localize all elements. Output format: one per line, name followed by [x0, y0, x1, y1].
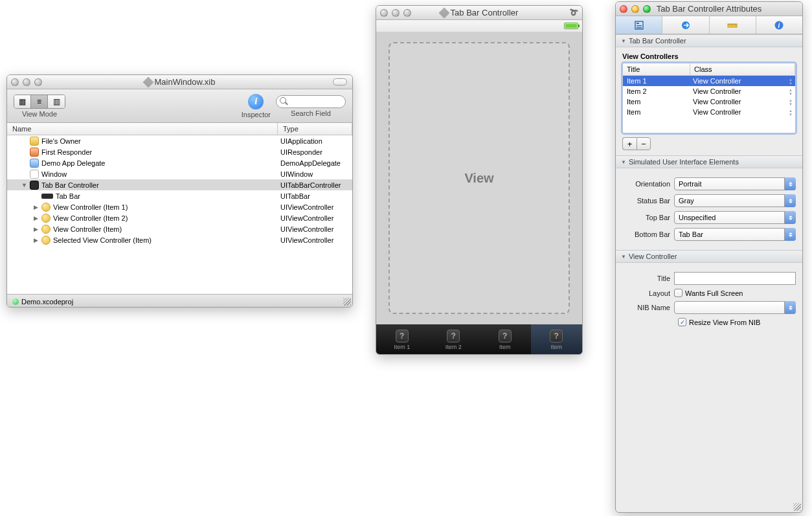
- remove-button[interactable]: −: [637, 137, 651, 150]
- close-icon[interactable]: [11, 78, 19, 86]
- connections-tab[interactable]: [662, 16, 709, 34]
- row-type: UITabBarController: [278, 181, 352, 189]
- tab-item-label: Item: [550, 344, 562, 350]
- bottom-bar-select[interactable]: Tab Bar: [674, 228, 796, 241]
- tab-bar-item[interactable]: ?Item 2: [428, 324, 480, 355]
- vc-row-title: Item 1: [623, 77, 690, 85]
- outline-row[interactable]: WindowUIWindow: [7, 168, 352, 179]
- minimize-icon[interactable]: [392, 9, 400, 17]
- main-titlebar[interactable]: MainWindow.xib: [7, 75, 352, 89]
- outline-row[interactable]: ▶Selected View Controller (Item)UIViewCo…: [7, 234, 352, 245]
- zoom-icon[interactable]: [643, 5, 651, 13]
- disclosure-triangle-icon[interactable]: ▶: [33, 215, 39, 221]
- class-stepper[interactable]: ▲▼: [787, 98, 794, 106]
- outline-row[interactable]: ▶View Controller (Item 1)UIViewControlle…: [7, 201, 352, 212]
- vc-table-row[interactable]: Item 1View Controller▲▼: [623, 76, 795, 86]
- section-view-controller[interactable]: ▼ View Controller: [616, 250, 802, 263]
- outline-row[interactable]: First ResponderUIResponder: [7, 146, 352, 157]
- attributes-tab[interactable]: [616, 16, 662, 34]
- row-type: UITabBar: [278, 192, 352, 200]
- size-tab[interactable]: [710, 16, 756, 34]
- resize-grip-icon[interactable]: [793, 503, 801, 511]
- vc-column-title[interactable]: Title: [623, 63, 690, 75]
- resize-grip-icon[interactable]: [343, 298, 351, 306]
- outline-row[interactable]: ▼Tab Bar ControllerUITabBarController: [7, 179, 352, 190]
- toolbar-pill-button[interactable]: [333, 78, 347, 85]
- outline-row[interactable]: ▶View Controller (Item 2)UIViewControlle…: [7, 212, 352, 223]
- view-mode-label: View Mode: [22, 110, 57, 118]
- status-bar-select[interactable]: Gray: [674, 194, 796, 207]
- inspector-titlebar[interactable]: Tab Bar Controller Attributes: [616, 2, 802, 16]
- view-controllers-table[interactable]: Title Class Item 1View Controller▲▼Item …: [622, 63, 796, 133]
- class-stepper[interactable]: ▲▼: [787, 88, 794, 96]
- disclosure-triangle-icon[interactable]: ▶: [33, 237, 39, 243]
- close-icon[interactable]: [620, 5, 627, 13]
- view-mode-list[interactable]: ≡: [31, 95, 48, 108]
- outline-rows[interactable]: File's OwnerUIApplicationFirst Responder…: [7, 135, 352, 294]
- tab-bar[interactable]: ?Item 1?Item 2?Item?Item: [376, 324, 582, 355]
- battery-icon: [564, 23, 578, 29]
- svg-rect-1: [637, 23, 639, 24]
- vc-table-row[interactable]: ItemView Controller▲▼: [623, 107, 795, 117]
- zoom-icon[interactable]: [34, 78, 42, 86]
- search-field[interactable]: [276, 95, 346, 108]
- vc-column-class[interactable]: Class: [690, 63, 795, 75]
- minimize-icon[interactable]: [23, 78, 30, 86]
- outline-row[interactable]: Demo App DelegateDemoAppDelegate: [7, 157, 352, 168]
- disclosure-triangle-icon[interactable]: ▶: [33, 204, 39, 210]
- sim-titlebar[interactable]: Tab Bar Controller ➰: [376, 6, 582, 20]
- identity-tab[interactable]: i: [756, 16, 802, 34]
- nib-name-combo[interactable]: [674, 301, 796, 314]
- view-mode-segmented[interactable]: ▦ ≡ ▥: [14, 95, 65, 109]
- tab-bar-item[interactable]: ?Item: [531, 324, 583, 355]
- outline-row[interactable]: Tab BarUITabBar: [7, 190, 352, 201]
- inspector-button[interactable]: i: [248, 94, 264, 109]
- disclosure-triangle-icon[interactable]: ▼: [21, 182, 27, 188]
- orientation-label: Orientation: [622, 180, 670, 188]
- inspector-tabs[interactable]: i: [616, 16, 802, 34]
- vc-table-row[interactable]: Item 2View Controller▲▼: [623, 86, 795, 96]
- resize-view-checkbox[interactable]: ✓: [678, 318, 686, 326]
- minimize-icon[interactable]: [631, 5, 639, 13]
- column-type-header[interactable]: Type: [278, 123, 352, 135]
- sim-canvas[interactable]: View: [376, 32, 582, 324]
- vc-row-title: Item: [623, 98, 690, 106]
- row-name: View Controller (Item): [53, 225, 122, 233]
- view-mode-icons[interactable]: ▦: [14, 95, 31, 108]
- view-mode-columns[interactable]: ▥: [48, 95, 65, 108]
- row-type: UIResponder: [278, 148, 352, 156]
- main-title-text: MainWindow.xib: [155, 77, 216, 87]
- top-bar-select[interactable]: Unspecified: [674, 211, 796, 224]
- wants-full-screen-checkbox[interactable]: [674, 289, 682, 297]
- section-simulated-ui[interactable]: ▼ Simulated User Interface Elements: [616, 155, 802, 168]
- outline-row[interactable]: ▶View Controller (Item)UIViewController: [7, 223, 352, 234]
- object-icon: [30, 137, 39, 146]
- row-type: UIViewController: [278, 236, 352, 244]
- class-stepper[interactable]: ▲▼: [787, 109, 794, 117]
- add-button[interactable]: +: [622, 137, 637, 150]
- disclosure-triangle-icon[interactable]: ▶: [33, 226, 39, 232]
- close-icon[interactable]: [380, 9, 388, 17]
- search-input[interactable]: [276, 95, 346, 108]
- tab-bar-item[interactable]: ?Item 1: [376, 324, 428, 355]
- row-name: First Responder: [41, 148, 92, 156]
- vc-table-row[interactable]: ItemView Controller▲▼: [623, 96, 795, 107]
- tab-bar-item[interactable]: ?Item: [479, 324, 531, 355]
- connections-icon: [681, 20, 691, 30]
- row-name: Window: [41, 170, 67, 178]
- view-placeholder[interactable]: View: [389, 42, 570, 314]
- class-stepper[interactable]: ▲▼: [787, 78, 794, 85]
- zoom-icon[interactable]: [403, 9, 411, 17]
- row-name: File's Owner: [41, 137, 81, 145]
- column-name-header[interactable]: Name: [7, 123, 278, 135]
- resize-view-label: Resize View From NIB: [689, 319, 760, 326]
- outline-row[interactable]: File's OwnerUIApplication: [7, 135, 352, 146]
- main-title: MainWindow.xib: [7, 77, 352, 87]
- vc-title-input[interactable]: [674, 272, 796, 285]
- object-icon: [41, 214, 51, 223]
- orientation-select[interactable]: Portrait: [674, 177, 796, 190]
- section-tab-bar-controller[interactable]: ▼ Tab Bar Controller: [616, 34, 802, 47]
- project-name[interactable]: Demo.xcodeproj: [21, 298, 73, 306]
- top-bar-label: Top Bar: [622, 214, 670, 221]
- page-curl-icon[interactable]: ➰: [569, 8, 579, 17]
